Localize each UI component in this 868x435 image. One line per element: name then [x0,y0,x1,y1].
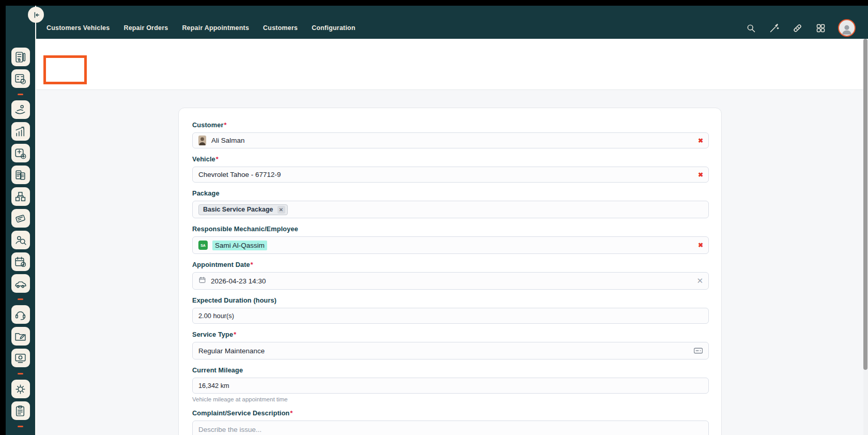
complaint-textarea[interactable]: Describe the issue... [192,421,709,435]
clear-vehicle-icon[interactable]: ✖ [698,171,703,178]
sidebar-app-helpdesk-headset-icon[interactable] [11,305,30,324]
nav-item-customers-vehicles[interactable]: Customers Vehicles [47,24,110,32]
sidebar-app-documents-folder-icon[interactable] [11,327,30,346]
app-sidebar [6,39,35,435]
apps-grid-icon[interactable] [815,22,827,34]
vehicle-value: Chevrolet Tahoe - 67712-9 [198,171,281,178]
repair-appointment-form-card: Customer* Ali Salman ✖ Vehicle* Chevrole… [178,108,722,435]
sidebar-app-inventory-boxes-icon[interactable] [11,187,30,206]
content-area: Customer* Ali Salman ✖ Vehicle* Chevrole… [36,91,864,435]
header-right-icons [745,11,856,44]
appointment-date-input[interactable]: 2026-04-23 14:30 ✕ [192,272,709,290]
sidebar-app-settings-gear-icon[interactable] [11,380,30,398]
nav-item-customers[interactable]: Customers [263,24,298,32]
sidebar-separator-dash [11,296,30,302]
field-service-type: Service Type* Regular Maintenance [192,331,708,359]
field-customer: Customer* Ali Salman ✖ [192,121,708,148]
appointment-date-label: Appointment Date* [192,261,708,268]
nav-item-repair-orders[interactable]: Repair Orders [123,24,168,32]
main-nav: Customers VehiclesRepair OrdersRepair Ap… [47,11,355,44]
sidebar-app-sales-chart-icon[interactable] [11,122,30,141]
search-icon[interactable] [745,22,757,34]
mileage-helper-text: Vehicle mileage at appointment time [192,396,708,402]
duration-value: 2.00 hour(s) [198,312,234,320]
clear-customer-icon[interactable]: ✖ [698,137,703,144]
complaint-label: Complaint/Service Description* [192,409,708,417]
sidebar-app-scale-new-icon[interactable] [11,144,30,162]
sidebar-app-fleet-car-icon[interactable] [11,274,30,293]
field-appointment-date: Appointment Date* 2026-04-23 14:30 ✕ [192,261,708,290]
app-header: Customers VehiclesRepair OrdersRepair Ap… [0,6,868,39]
field-complaint: Complaint/Service Description* Describe … [192,409,708,435]
customer-avatar [198,136,206,145]
sidebar-separator-dash [11,423,30,429]
field-mechanic: Responsible Mechanic/Employee SA Sami Al… [192,225,708,254]
customer-input[interactable]: Ali Salman ✖ [192,132,709,148]
sidebar-app-calendar-check-icon[interactable] [11,252,30,271]
sidebar-app-calculator-icon[interactable] [11,69,30,88]
calendar-icon [198,276,211,286]
customer-label: Customer* [192,121,708,129]
control-panel [36,39,868,90]
left-frame-strip [0,0,6,435]
clear-date-icon[interactable]: ✕ [696,276,703,286]
user-avatar[interactable] [838,19,856,37]
attachment-icon[interactable] [792,22,803,34]
sidebar-app-shop-journal-icon[interactable] [11,48,30,66]
field-vehicle: Vehicle* Chevrolet Tahoe - 67712-9 ✖ [192,155,708,183]
sidebar-separator-dash [11,370,30,377]
duration-label: Expected Duration (hours) [192,296,708,304]
package-input[interactable]: Basic Service Package ✕ [192,201,709,218]
mileage-label: Current Mileage [192,366,708,374]
sidebar-app-elearning-screen-icon[interactable] [11,349,30,367]
appointment-date-value: 2026-04-23 14:30 [211,277,266,285]
sidebar-app-hand-services-icon[interactable] [11,100,30,119]
sidebar-app-pos-terminal-icon[interactable] [11,209,30,228]
service-type-label: Service Type* [192,331,708,338]
mechanic-label: Responsible Mechanic/Employee [192,225,708,233]
duration-input[interactable]: 2.00 hour(s) [192,308,709,324]
sidebar-separator-dash [11,91,30,97]
mechanic-avatar-badge: SA [198,241,208,250]
service-type-input[interactable]: Regular Maintenance [192,342,709,359]
mileage-value: 16,342 km [198,382,229,389]
nav-item-repair-appointments[interactable]: Repair Appointments [182,24,249,32]
vehicle-label: Vehicle* [192,155,708,163]
clear-mechanic-icon[interactable]: ✖ [698,242,703,249]
vehicle-input[interactable]: Chevrolet Tahoe - 67712-9 ✖ [192,167,709,183]
combobox-icon[interactable] [693,348,703,354]
sidebar-app-todo-clipboard-icon[interactable] [11,401,30,420]
field-duration: Expected Duration (hours) 2.00 hour(s) [192,296,708,324]
field-package: Package Basic Service Package ✕ [192,189,708,218]
mileage-input[interactable]: 16,342 km [192,378,709,394]
sidebar-divider-line [35,6,36,435]
package-tag-label: Basic Service Package [203,206,273,213]
sidebar-app-project-clipboards-icon[interactable] [11,166,30,184]
mechanic-value: Sami Al-Qassim [212,241,267,250]
package-label: Package [192,189,708,197]
collapse-sidebar-button[interactable] [28,7,44,23]
top-frame-strip [0,0,868,6]
service-type-value: Regular Maintenance [198,347,265,355]
field-mileage: Current Mileage 16,342 km Vehicle mileag… [192,366,708,402]
nav-item-configuration[interactable]: Configuration [312,24,355,32]
sidebar-app-recruitment-search-icon[interactable] [11,231,30,249]
customer-value: Ali Salman [211,137,245,144]
mechanic-input[interactable]: SA Sami Al-Qassim ✖ [192,236,709,254]
remove-package-tag-icon[interactable]: ✕ [277,206,285,214]
magic-wand-icon[interactable] [768,22,780,34]
complaint-placeholder: Describe the issue... [198,426,261,433]
package-tag: Basic Service Package ✕ [198,204,288,215]
scrollbar-thumb[interactable] [863,39,867,370]
